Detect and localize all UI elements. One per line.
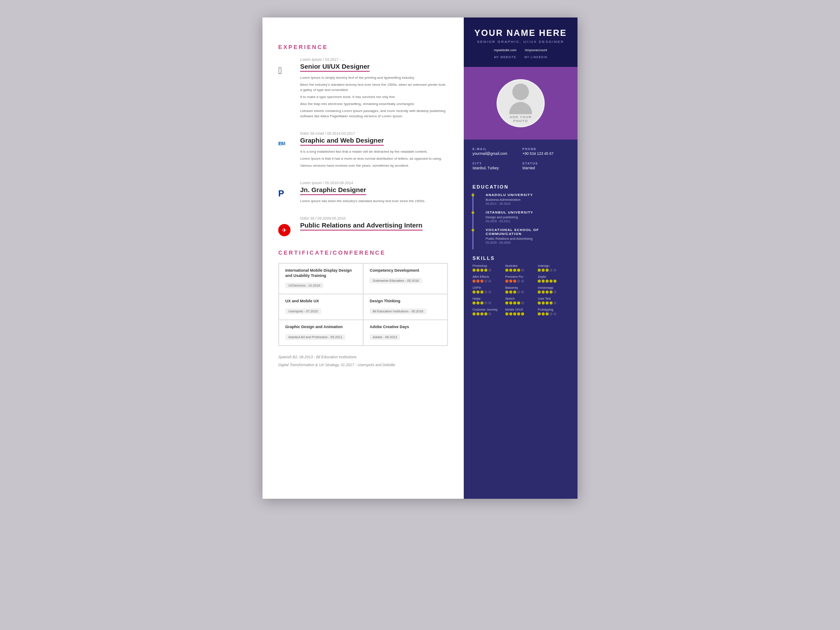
email-info: E-MAIL yourmail@gmail.com xyxy=(472,147,519,156)
exp-company-date-3: Lorem Ipsum / 05.2010-09.2014 xyxy=(300,181,448,185)
skill-dot xyxy=(517,269,520,272)
cert-item-1: International Mobile Display Design and … xyxy=(279,263,363,294)
skill-dot xyxy=(538,301,541,304)
edu-item-2: ISTANBUL UNIVERSITY Design and publishin… xyxy=(472,210,578,228)
right-panel: YOUR NAME HERE SENIOR GRAPHIC, UI/UX DES… xyxy=(464,18,578,499)
skill-dot xyxy=(480,290,483,294)
skill-dot xyxy=(484,312,487,315)
edu-item-3: VOCATIONAL SCHOOL OF COMMUNICATION Publi… xyxy=(472,228,578,249)
skill-dot xyxy=(553,280,556,283)
exp-title-1: Senior UI/UX Designer xyxy=(300,63,370,72)
skill-dot xyxy=(476,290,480,294)
city-info: CITY Istanbul, Turkey xyxy=(472,162,519,170)
skill-dot xyxy=(546,290,549,294)
skill-dot xyxy=(480,301,483,304)
skill-item-10: Sketch xyxy=(505,297,536,304)
skill-item-11: User Test xyxy=(538,297,569,304)
skill-dot xyxy=(509,269,512,272)
exp-body-2: It is a long established fact that a rea… xyxy=(300,149,448,168)
phone-info: PHONE +90 534 123 45 67 xyxy=(522,147,569,156)
photo-section: ADD YOUR PHOTO xyxy=(464,67,578,140)
skill-dot xyxy=(472,290,476,294)
skills-section-container: SKILLS PhotoshopIllustratorIndesignAfter… xyxy=(464,249,578,324)
ibm-logo: IBM xyxy=(278,131,294,170)
turkish-airlines-logo: ✈ xyxy=(278,216,294,236)
skill-dot xyxy=(517,312,520,315)
skill-dot xyxy=(542,280,545,283)
skill-dot xyxy=(550,269,553,272)
skill-dot xyxy=(517,280,520,283)
skill-item-0: Photoshop xyxy=(472,264,504,272)
skill-dot xyxy=(480,312,483,315)
skill-dot xyxy=(546,280,549,283)
skill-dot xyxy=(521,280,524,283)
skill-dot xyxy=(521,301,524,304)
skill-dot xyxy=(472,269,476,272)
skill-dot xyxy=(476,269,480,272)
candidate-title: SENIOR GRAPHIC, UI/UX DESGINER xyxy=(472,40,569,44)
skill-dot xyxy=(538,312,541,315)
skill-dot xyxy=(476,312,480,315)
photo-circle: ADD YOUR PHOTO xyxy=(497,79,545,127)
website-link[interactable]: mywebsite.com MY WEBSITE xyxy=(494,48,517,60)
skill-dot xyxy=(553,269,556,272)
cert-item-5: Graphic Design and Animation Istanbul Ar… xyxy=(279,320,363,346)
skill-dot xyxy=(538,269,541,272)
skills-grid: PhotoshopIllustratorIndesignAfter Effect… xyxy=(472,264,569,315)
skill-dot xyxy=(484,301,487,304)
skill-dot xyxy=(550,290,553,294)
skill-item-4: Premiere Pro xyxy=(505,275,536,283)
skill-dot xyxy=(550,280,553,283)
status-info: STATUS Married xyxy=(522,162,569,170)
experience-item-3: P Lorem Ipsum / 05.2010-09.2014 Jn. Grap… xyxy=(278,181,448,206)
skill-dot xyxy=(484,290,487,294)
skill-dot xyxy=(509,301,512,304)
right-header: YOUR NAME HERE SENIOR GRAPHIC, UI/UX DES… xyxy=(464,18,578,67)
experience-item-2: IBM Dolor Sit Amet / 09.2014-03.2017 Gra… xyxy=(278,131,448,170)
skill-dot xyxy=(521,269,524,272)
skills-title: SKILLS xyxy=(464,249,578,264)
skill-dot xyxy=(550,312,553,315)
cert-item-2: Competency Development Submarine Educati… xyxy=(363,263,448,294)
skill-item-3: After Effects xyxy=(472,275,504,283)
skill-dot xyxy=(472,280,476,283)
language-text: Spanish B2, 06.2013 - Bil Education Inst… xyxy=(278,355,448,359)
exp-title-3: Jn. Graphic Designer xyxy=(300,186,366,195)
skill-dot xyxy=(546,301,549,304)
digital-text: Digital Transformation & UX Strategy, 01… xyxy=(278,363,448,367)
exp-body-1: Lorem Ipsum is simply dummy text of the … xyxy=(300,75,448,119)
language-section: Spanish B2, 06.2013 - Bil Education Inst… xyxy=(278,355,448,359)
skill-dot xyxy=(472,301,476,304)
skill-item-14: Prototyping xyxy=(538,308,569,315)
exp-company-date-2: Dolor Sit Amet / 09.2014-03.2017 xyxy=(300,131,448,136)
skill-dot xyxy=(553,301,556,304)
skill-dot xyxy=(517,290,520,294)
linkedin-link[interactable]: /in/youraccount MY LINKEDIN xyxy=(525,48,547,60)
cert-item-3: UX and Mobile UX Userspots - 07.2015 xyxy=(279,294,363,320)
experience-title: EXPERIENCE xyxy=(278,44,448,50)
skill-dot xyxy=(553,290,556,294)
apple-logo:  xyxy=(278,57,294,121)
skill-dot xyxy=(517,301,520,304)
skill-dot xyxy=(505,312,508,315)
skill-dot xyxy=(505,280,508,283)
skill-dot xyxy=(480,269,483,272)
add-photo-text: ADD YOUR PHOTO xyxy=(510,115,532,123)
skill-dot xyxy=(488,312,491,315)
skill-dot xyxy=(509,280,512,283)
experience-item-1:  Lorem Ipsum / 03.2017 - ... Senior UI/… xyxy=(278,57,448,121)
digital-section: Digital Transformation & UX Strategy, 01… xyxy=(278,363,448,367)
skill-dot xyxy=(553,312,556,315)
skills-grid-container: PhotoshopIllustratorIndesignAfter Effect… xyxy=(464,264,578,324)
skill-dot xyxy=(546,312,549,315)
cert-title: CERTIFICATE/CONFERENCE xyxy=(278,249,448,256)
skill-dot xyxy=(484,280,487,283)
paypal-logo: P xyxy=(278,181,294,206)
info-grid: E-MAIL yourmail@gmail.com PHONE +90 534 … xyxy=(472,147,569,170)
skill-dot xyxy=(509,290,512,294)
cert-item-4: Design Thinking Bil Education Institutio… xyxy=(363,294,448,320)
education-section: EDUCATION ANADOLU UNIVERSITY Business Ad… xyxy=(464,178,578,249)
experience-item-4: ✈ Dolor Sit / 09.2009-05.2010 Public Rel… xyxy=(278,216,448,236)
skill-dot xyxy=(476,301,480,304)
skill-dot xyxy=(484,269,487,272)
